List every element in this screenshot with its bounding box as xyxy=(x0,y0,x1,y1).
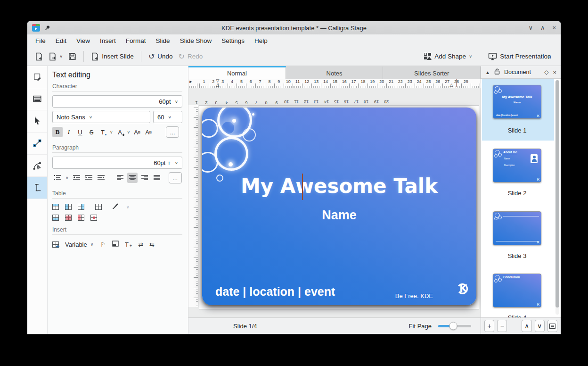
menu-view[interactable]: View xyxy=(72,36,94,46)
character-style-combo[interactable]: 60pt ∨ xyxy=(52,95,182,108)
list-style-button[interactable] xyxy=(52,173,63,183)
paragraph-more-button[interactable]: ... xyxy=(169,172,182,183)
move-arrows-icon[interactable]: ⇆ xyxy=(149,241,155,248)
open-recent-chevron-icon[interactable]: ∨ xyxy=(59,54,63,58)
new-document-button[interactable] xyxy=(32,50,46,63)
insert-variable-button[interactable]: Variable ∨ xyxy=(65,241,94,248)
slide-4-label[interactable]: Slide 4 xyxy=(481,314,553,317)
tool-slide-layout[interactable] xyxy=(27,88,47,110)
tab-notes[interactable]: Notes xyxy=(286,66,384,79)
highlight-color-button[interactable]: A xyxy=(115,127,125,137)
menu-format[interactable]: Format xyxy=(122,36,150,46)
collapse-icon[interactable]: ▲ xyxy=(485,70,490,75)
insert-column-left-icon[interactable] xyxy=(65,204,72,210)
insert-slide-button[interactable]: Insert Slide xyxy=(88,50,137,63)
delete-column-icon[interactable] xyxy=(78,215,84,221)
insert-text-icon[interactable]: T+ xyxy=(125,241,132,248)
window-maximize-button[interactable]: ∧ xyxy=(540,21,545,34)
view-mode-button[interactable] xyxy=(547,320,557,332)
menu-slide-show[interactable]: Slide Show xyxy=(176,36,216,46)
decrease-indent-button[interactable] xyxy=(72,173,82,183)
slide-3-label[interactable]: Slide 3 xyxy=(481,252,553,259)
slide-list-scrollbar[interactable] xyxy=(555,80,559,315)
zoom-slider[interactable] xyxy=(438,325,471,327)
scrollbar-thumb[interactable] xyxy=(555,80,559,308)
v-ruler[interactable]: 1234567891011121314151617181920 xyxy=(188,105,198,307)
lock-icon[interactable] xyxy=(494,68,500,76)
underline-button[interactable]: U xyxy=(75,127,85,137)
font-family-combo[interactable]: Noto Sans ∨ xyxy=(52,111,150,123)
remove-slide-button[interactable]: − xyxy=(497,320,507,332)
bookmark-flag-icon[interactable]: ⚐ xyxy=(100,241,106,248)
insert-column-right-icon[interactable] xyxy=(78,204,84,210)
save-button[interactable] xyxy=(65,50,79,62)
insert-table-icon[interactable] xyxy=(52,241,59,248)
slide-editing-area[interactable]: My Awesome Talk Name date | location | e… xyxy=(202,108,476,305)
pin-icon[interactable] xyxy=(44,25,50,31)
swap-arrows-icon[interactable]: ⇄ xyxy=(138,241,143,248)
superscript-button[interactable]: AB xyxy=(132,127,142,137)
tool-select[interactable] xyxy=(27,110,47,133)
list-style-chevron-icon[interactable]: ∨ xyxy=(65,175,70,180)
table-borders-icon[interactable] xyxy=(95,204,102,210)
right-indent-marker[interactable]: △ xyxy=(450,83,453,87)
character-more-button[interactable]: ... xyxy=(166,126,179,138)
slide-2-thumbnail[interactable]: About me Name Description K xyxy=(493,149,541,183)
paragraph-style-combo[interactable]: 60pt + ∨ xyxy=(52,157,182,169)
indent-button[interactable] xyxy=(84,173,94,183)
move-slide-up-button[interactable]: ∧ xyxy=(522,320,531,332)
subscript-button[interactable]: AB xyxy=(143,127,154,137)
window-minimize-button[interactable]: ∨ xyxy=(528,21,533,34)
insert-row-above-icon[interactable] xyxy=(52,204,59,210)
slide-footer-text[interactable]: date | location | event xyxy=(215,285,335,299)
start-presentation-button[interactable]: Start Presentation ∨ xyxy=(485,50,553,62)
bold-button[interactable]: B xyxy=(52,127,63,137)
slide-title-text[interactable]: My Awesome Talk xyxy=(202,175,476,198)
strikethrough-button[interactable]: S xyxy=(86,127,97,137)
insert-row-below-icon[interactable] xyxy=(52,215,59,221)
delete-row-icon[interactable] xyxy=(90,215,97,221)
move-slide-down-button[interactable]: ∨ xyxy=(535,320,545,332)
tool-shape-edit[interactable] xyxy=(27,66,47,88)
redo-button[interactable]: ↻ Redo xyxy=(176,50,206,63)
menu-help[interactable]: Help xyxy=(250,36,272,46)
menu-file[interactable]: File xyxy=(31,36,50,46)
open-document-button[interactable]: ∨ xyxy=(46,50,65,63)
hanging-indent-marker[interactable]: △ xyxy=(216,83,220,87)
tool-path-edit[interactable] xyxy=(27,155,47,177)
menu-settings[interactable]: Settings xyxy=(217,36,249,46)
slide-subtitle-text[interactable]: Name xyxy=(202,208,476,223)
align-center-button[interactable] xyxy=(127,173,138,183)
menu-edit[interactable]: Edit xyxy=(51,36,71,46)
align-justify-button[interactable] xyxy=(152,173,162,183)
font-size-combo[interactable]: 60 ∨ xyxy=(153,111,182,123)
align-left-button[interactable] xyxy=(115,173,125,183)
slide-1-thumbnail[interactable]: My Awesome Talk Name date | location | e… xyxy=(493,85,541,119)
slide-4-thumbnail[interactable]: Conclusion K xyxy=(493,274,541,308)
tool-text[interactable] xyxy=(27,177,47,199)
undo-button[interactable]: ↺ Undo xyxy=(146,50,176,63)
menu-slide[interactable]: Slide xyxy=(152,36,174,46)
float-panel-icon[interactable]: ◇ xyxy=(544,69,548,75)
tab-slides-sorter[interactable]: Slides Sorter xyxy=(383,66,481,79)
slide-canvas[interactable]: 1234567891011121314151617181920 My Awe xyxy=(188,88,481,317)
delete-table-icon[interactable] xyxy=(65,215,72,221)
italic-button[interactable]: I xyxy=(64,127,74,137)
text-color-chevron-icon[interactable]: ∨ xyxy=(109,130,114,134)
border-pen-icon[interactable] xyxy=(112,203,119,210)
menu-insert[interactable]: Insert xyxy=(96,36,120,46)
add-shape-button[interactable]: Add Shape ∨ xyxy=(421,51,475,62)
slide-3-thumbnail[interactable]: K xyxy=(493,211,541,245)
slide-2-label[interactable]: Slide 2 xyxy=(481,190,553,197)
add-slide-button[interactable]: + xyxy=(484,320,494,332)
increase-indent-button[interactable] xyxy=(96,173,106,183)
page-break-icon[interactable] xyxy=(112,241,119,248)
zoom-slider-handle[interactable] xyxy=(449,322,457,330)
zoom-mode-label[interactable]: Fit Page xyxy=(409,323,432,330)
highlight-color-chevron-icon[interactable]: ∨ xyxy=(126,130,131,134)
tool-connector[interactable] xyxy=(27,133,47,155)
h-ruler[interactable]: ► ▽ △ △ 12345678910111213141516171819202… xyxy=(188,79,481,88)
close-panel-icon[interactable]: × xyxy=(553,69,556,76)
window-close-button[interactable]: × xyxy=(552,21,556,34)
text-color-button[interactable]: T xyxy=(98,127,108,137)
